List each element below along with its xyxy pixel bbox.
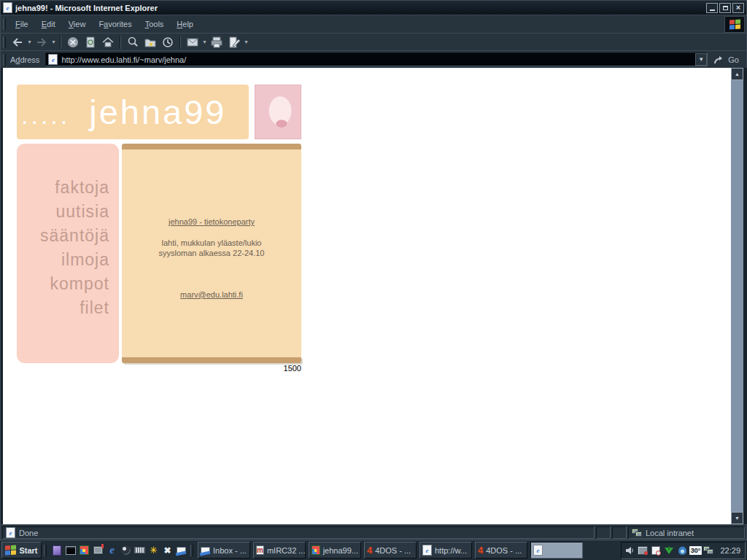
- purple-app-icon[interactable]: [50, 544, 63, 556]
- x-app-icon[interactable]: ✖: [161, 544, 174, 556]
- favorites-icon: [143, 35, 158, 50]
- toolbar-separator: [120, 36, 121, 49]
- outlook-express-icon[interactable]: [175, 544, 187, 556]
- address-dropdown[interactable]: ▼: [695, 53, 707, 66]
- scroll-down-button[interactable]: ▼: [731, 512, 743, 524]
- calendar-icon[interactable]: [78, 544, 90, 556]
- nav-item-uutisia[interactable]: uutisia: [17, 200, 119, 224]
- address-input[interactable]: e http://www.edu.lahti.fi/~marv/jehna/ ▼: [45, 52, 708, 66]
- go-button[interactable]: Go: [708, 55, 746, 65]
- temperature-badge[interactable]: 30°: [689, 545, 701, 556]
- nav-item-kompot[interactable]: kompot: [17, 272, 119, 296]
- forward-button[interactable]: [33, 34, 50, 50]
- taskbar-button-inbox[interactable]: Inbox - ...: [198, 542, 250, 559]
- addressbar-grip[interactable]: [3, 54, 6, 66]
- menu-help[interactable]: Help: [170, 17, 200, 31]
- cd-player-icon[interactable]: [120, 544, 132, 556]
- toolbar-grip[interactable]: [3, 36, 6, 48]
- status-text: Done: [19, 529, 38, 537]
- menu-file[interactable]: File: [9, 17, 35, 31]
- scroll-up-button[interactable]: ▲: [731, 68, 743, 80]
- quicklaunch-grip[interactable]: [44, 545, 47, 556]
- intranet-icon: [632, 529, 642, 537]
- scheduler-icon[interactable]: [650, 545, 662, 556]
- menu-favorites[interactable]: Favorites: [92, 17, 138, 31]
- satellite-icon[interactable]: [663, 545, 675, 556]
- stop-button[interactable]: [64, 34, 82, 50]
- system-tray: 30° 22:29: [621, 542, 746, 559]
- minimize-icon: [710, 9, 715, 11]
- address-label: Address: [10, 55, 39, 64]
- party-link[interactable]: jehna99 - tietokoneparty: [169, 217, 255, 226]
- volume-icon[interactable]: [624, 545, 635, 556]
- search-button[interactable]: [124, 34, 142, 50]
- console-icon[interactable]: [64, 544, 77, 556]
- vertical-scrollbar[interactable]: ▲ ▼: [731, 68, 743, 524]
- back-button[interactable]: [9, 34, 26, 50]
- menu-edit[interactable]: Edit: [35, 17, 62, 31]
- history-button[interactable]: [159, 34, 177, 50]
- keyboard-icon[interactable]: [133, 544, 146, 556]
- menubar-grip[interactable]: [3, 18, 6, 30]
- edit-icon: [227, 35, 241, 50]
- restore-button[interactable]: [719, 3, 731, 13]
- email-link[interactable]: marv@edu.lahti.fi: [180, 290, 243, 299]
- starburst-icon[interactable]: ✳: [147, 544, 160, 556]
- outlook-express-icon: [201, 547, 210, 554]
- print-icon: [209, 35, 224, 50]
- restore-icon: [723, 6, 728, 10]
- address-url[interactable]: http://www.edu.lahti.fi/~marv/jehna/: [61, 55, 695, 64]
- mail-icon: [185, 35, 200, 50]
- nav-item-faktoja[interactable]: faktoja: [17, 176, 119, 200]
- taskbar-button-active-ie[interactable]: e: [530, 542, 583, 559]
- nav-item-filet[interactable]: filet: [17, 296, 119, 320]
- mail-dropdown[interactable]: ▾: [201, 34, 208, 50]
- home-icon: [101, 35, 115, 50]
- mail-button[interactable]: [184, 34, 201, 50]
- site-nav: faktoja uutisia sääntöjä ilmoja kompot f…: [17, 144, 119, 363]
- taskbar-button-4dos-1[interactable]: 4 4DOS - ...: [364, 542, 417, 559]
- menu-tools[interactable]: Tools: [139, 17, 171, 31]
- minimize-button[interactable]: [706, 3, 718, 13]
- toolbar-more-dropdown[interactable]: ▾: [243, 34, 249, 50]
- title-bar: e jehna99! - Microsoft Internet Explorer…: [1, 1, 746, 15]
- content-box-bottom-bar: [122, 357, 301, 363]
- taskbar-button-jehna99[interactable]: jehna99...: [309, 542, 361, 559]
- menu-view[interactable]: View: [62, 17, 93, 31]
- nav-item-ilmoja[interactable]: ilmoja: [17, 248, 119, 272]
- favorites-button[interactable]: [142, 34, 159, 50]
- home-button[interactable]: [99, 34, 117, 50]
- taskbar-button-http[interactable]: e http://w...: [419, 542, 472, 559]
- visitor-counter: 1500: [122, 364, 301, 373]
- window-title: jehna99! - Microsoft Internet Explorer: [15, 4, 706, 12]
- baby-photo: [255, 85, 301, 139]
- forward-dropdown[interactable]: ▾: [50, 34, 57, 50]
- browser-window: e jehna99! - Microsoft Internet Explorer…: [0, 0, 747, 540]
- status-mini-pane: [596, 526, 611, 539]
- security-zone-pane: Local intranet: [628, 526, 745, 539]
- back-dropdown[interactable]: ▾: [26, 34, 33, 50]
- status-ie-icon: e: [6, 527, 15, 538]
- taskbar-button-4dos-2[interactable]: 4 4DOS - ...: [475, 542, 527, 559]
- go-arrow-icon: [713, 55, 725, 65]
- page-icon: e: [48, 54, 58, 65]
- taskbar-button-mirc[interactable]: m mIRC32 ...: [253, 542, 306, 559]
- taskbar: Start e ✳ ✖ Inbox - ... m mIRC32 ... jeh…: [0, 540, 747, 560]
- close-button[interactable]: ×: [732, 3, 744, 13]
- edit-button[interactable]: [225, 34, 243, 50]
- address-bar: Address e http://www.edu.lahti.fi/~marv/…: [1, 50, 746, 68]
- refresh-button[interactable]: [82, 34, 99, 50]
- stop-icon: [66, 35, 80, 50]
- messenger-icon[interactable]: [676, 545, 688, 556]
- internet-explorer-icon[interactable]: e: [106, 544, 118, 556]
- mailbox-icon[interactable]: [92, 544, 104, 556]
- forward-icon: [34, 35, 49, 50]
- window-ie-icon: e: [3, 2, 12, 13]
- content-box: jehna99 - tietokoneparty lahti, mukkulan…: [122, 144, 301, 363]
- print-button[interactable]: [208, 34, 225, 50]
- network-icon[interactable]: [703, 545, 714, 556]
- nav-item-saantoja[interactable]: sääntöjä: [17, 224, 119, 248]
- display-settings-icon[interactable]: [637, 545, 649, 556]
- start-button[interactable]: Start: [1, 542, 42, 559]
- taskbar-grip[interactable]: [190, 545, 193, 556]
